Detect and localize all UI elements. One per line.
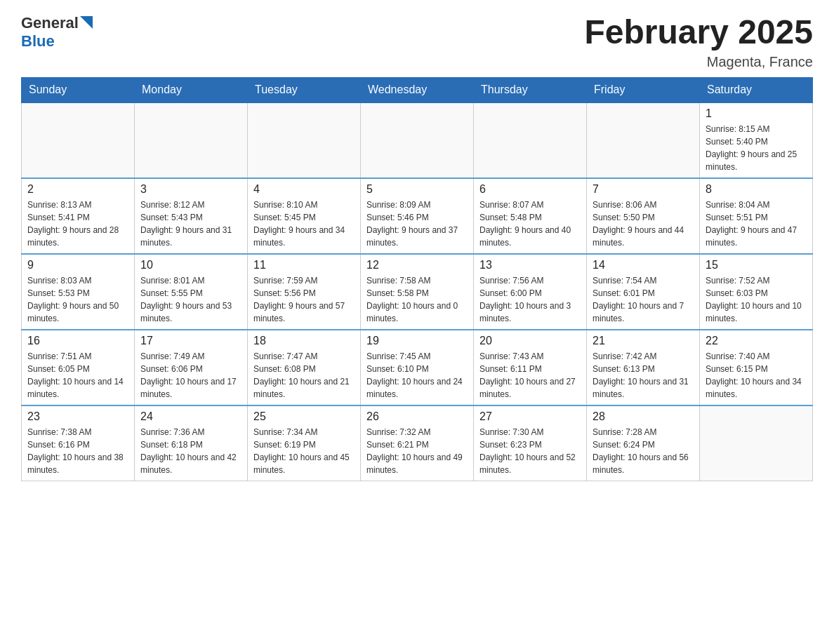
day-number: 26 xyxy=(366,410,468,423)
calendar-day-cell: 2Sunrise: 8:13 AM Sunset: 5:41 PM Daylig… xyxy=(22,178,135,254)
calendar-day-cell: 25Sunrise: 7:34 AM Sunset: 6:19 PM Dayli… xyxy=(248,405,361,481)
calendar-day-cell: 24Sunrise: 7:36 AM Sunset: 6:18 PM Dayli… xyxy=(135,405,248,481)
day-info: Sunrise: 8:03 AM Sunset: 5:53 PM Dayligh… xyxy=(27,274,128,325)
day-info: Sunrise: 7:43 AM Sunset: 6:11 PM Dayligh… xyxy=(479,350,581,401)
day-number: 6 xyxy=(479,183,581,196)
day-number: 25 xyxy=(253,410,355,423)
day-info: Sunrise: 7:51 AM Sunset: 6:05 PM Dayligh… xyxy=(27,350,128,401)
calendar-day-cell xyxy=(361,102,474,178)
day-number: 22 xyxy=(706,335,807,347)
day-number: 14 xyxy=(593,259,694,271)
calendar-day-cell: 7Sunrise: 8:06 AM Sunset: 5:50 PM Daylig… xyxy=(587,178,700,254)
day-number: 12 xyxy=(366,259,468,271)
day-number: 3 xyxy=(140,183,241,196)
calendar-table: SundayMondayTuesdayWednesdayThursdayFrid… xyxy=(21,77,813,481)
calendar-day-cell: 14Sunrise: 7:54 AM Sunset: 6:01 PM Dayli… xyxy=(587,254,700,330)
day-number: 2 xyxy=(27,183,128,196)
day-number: 9 xyxy=(27,259,128,271)
calendar-day-cell: 21Sunrise: 7:42 AM Sunset: 6:13 PM Dayli… xyxy=(587,330,700,405)
day-info: Sunrise: 7:47 AM Sunset: 6:08 PM Dayligh… xyxy=(253,350,355,401)
day-number: 13 xyxy=(479,259,581,271)
calendar-header-row: SundayMondayTuesdayWednesdayThursdayFrid… xyxy=(22,77,813,102)
day-of-week-header: Wednesday xyxy=(361,77,474,102)
calendar-day-cell: 4Sunrise: 8:10 AM Sunset: 5:45 PM Daylig… xyxy=(248,178,361,254)
day-number: 24 xyxy=(140,410,241,423)
calendar-day-cell: 9Sunrise: 8:03 AM Sunset: 5:53 PM Daylig… xyxy=(22,254,135,330)
calendar-week-row: 23Sunrise: 7:38 AM Sunset: 6:16 PM Dayli… xyxy=(22,405,813,481)
day-info: Sunrise: 8:12 AM Sunset: 5:43 PM Dayligh… xyxy=(140,199,241,249)
day-info: Sunrise: 8:13 AM Sunset: 5:41 PM Dayligh… xyxy=(27,199,128,249)
day-info: Sunrise: 7:36 AM Sunset: 6:18 PM Dayligh… xyxy=(140,426,241,476)
logo-arrow-icon xyxy=(80,16,93,29)
calendar-day-cell: 6Sunrise: 8:07 AM Sunset: 5:48 PM Daylig… xyxy=(474,178,587,254)
calendar-day-cell: 5Sunrise: 8:09 AM Sunset: 5:46 PM Daylig… xyxy=(361,178,474,254)
calendar-day-cell: 12Sunrise: 7:58 AM Sunset: 5:58 PM Dayli… xyxy=(361,254,474,330)
day-info: Sunrise: 7:28 AM Sunset: 6:24 PM Dayligh… xyxy=(593,426,694,476)
day-info: Sunrise: 8:09 AM Sunset: 5:46 PM Dayligh… xyxy=(366,199,468,249)
day-number: 23 xyxy=(27,410,128,423)
day-number: 21 xyxy=(593,335,694,347)
calendar-day-cell: 10Sunrise: 8:01 AM Sunset: 5:55 PM Dayli… xyxy=(135,254,248,330)
day-number: 28 xyxy=(593,410,694,423)
day-number: 5 xyxy=(366,183,468,196)
calendar-week-row: 9Sunrise: 8:03 AM Sunset: 5:53 PM Daylig… xyxy=(22,254,813,330)
day-info: Sunrise: 7:45 AM Sunset: 6:10 PM Dayligh… xyxy=(366,350,468,401)
calendar-day-cell: 3Sunrise: 8:12 AM Sunset: 5:43 PM Daylig… xyxy=(135,178,248,254)
calendar-day-cell: 11Sunrise: 7:59 AM Sunset: 5:56 PM Dayli… xyxy=(248,254,361,330)
logo: General Blue xyxy=(21,14,93,51)
calendar-day-cell: 20Sunrise: 7:43 AM Sunset: 6:11 PM Dayli… xyxy=(474,330,587,405)
day-of-week-header: Saturday xyxy=(700,77,813,102)
day-number: 11 xyxy=(253,259,355,271)
day-number: 19 xyxy=(366,335,468,347)
day-info: Sunrise: 8:06 AM Sunset: 5:50 PM Dayligh… xyxy=(593,199,694,249)
logo-blue-text: Blue xyxy=(21,32,55,50)
day-number: 4 xyxy=(253,183,355,196)
day-info: Sunrise: 7:30 AM Sunset: 6:23 PM Dayligh… xyxy=(479,426,581,476)
calendar-day-cell: 19Sunrise: 7:45 AM Sunset: 6:10 PM Dayli… xyxy=(361,330,474,405)
title-block: February 2025 Magenta, France xyxy=(584,14,813,70)
day-of-week-header: Thursday xyxy=(474,77,587,102)
page-header: General Blue February 2025 Magenta, Fran… xyxy=(21,14,813,70)
calendar-day-cell xyxy=(474,102,587,178)
day-info: Sunrise: 7:49 AM Sunset: 6:06 PM Dayligh… xyxy=(140,350,241,401)
logo-general-text: General xyxy=(21,14,79,32)
calendar-week-row: 1Sunrise: 8:15 AM Sunset: 5:40 PM Daylig… xyxy=(22,102,813,178)
day-number: 8 xyxy=(706,183,807,196)
day-info: Sunrise: 7:34 AM Sunset: 6:19 PM Dayligh… xyxy=(253,426,355,476)
calendar-day-cell: 26Sunrise: 7:32 AM Sunset: 6:21 PM Dayli… xyxy=(361,405,474,481)
day-number: 1 xyxy=(706,107,807,120)
calendar-week-row: 16Sunrise: 7:51 AM Sunset: 6:05 PM Dayli… xyxy=(22,330,813,405)
day-info: Sunrise: 7:54 AM Sunset: 6:01 PM Dayligh… xyxy=(593,274,694,325)
day-info: Sunrise: 8:04 AM Sunset: 5:51 PM Dayligh… xyxy=(706,199,807,249)
day-info: Sunrise: 8:07 AM Sunset: 5:48 PM Dayligh… xyxy=(479,199,581,249)
calendar-location: Magenta, France xyxy=(584,54,813,70)
day-info: Sunrise: 7:59 AM Sunset: 5:56 PM Dayligh… xyxy=(253,274,355,325)
day-info: Sunrise: 7:42 AM Sunset: 6:13 PM Dayligh… xyxy=(593,350,694,401)
calendar-day-cell: 8Sunrise: 8:04 AM Sunset: 5:51 PM Daylig… xyxy=(700,178,813,254)
calendar-day-cell: 27Sunrise: 7:30 AM Sunset: 6:23 PM Dayli… xyxy=(474,405,587,481)
day-of-week-header: Tuesday xyxy=(248,77,361,102)
svg-marker-0 xyxy=(80,16,93,29)
calendar-week-row: 2Sunrise: 8:13 AM Sunset: 5:41 PM Daylig… xyxy=(22,178,813,254)
calendar-day-cell: 1Sunrise: 8:15 AM Sunset: 5:40 PM Daylig… xyxy=(700,102,813,178)
calendar-day-cell: 15Sunrise: 7:52 AM Sunset: 6:03 PM Dayli… xyxy=(700,254,813,330)
day-number: 16 xyxy=(27,335,128,347)
day-info: Sunrise: 7:52 AM Sunset: 6:03 PM Dayligh… xyxy=(706,274,807,325)
day-info: Sunrise: 7:58 AM Sunset: 5:58 PM Dayligh… xyxy=(366,274,468,325)
calendar-day-cell: 13Sunrise: 7:56 AM Sunset: 6:00 PM Dayli… xyxy=(474,254,587,330)
calendar-day-cell xyxy=(22,102,135,178)
calendar-day-cell: 18Sunrise: 7:47 AM Sunset: 6:08 PM Dayli… xyxy=(248,330,361,405)
day-info: Sunrise: 7:38 AM Sunset: 6:16 PM Dayligh… xyxy=(27,426,128,476)
day-number: 20 xyxy=(479,335,581,347)
day-number: 27 xyxy=(479,410,581,423)
calendar-day-cell: 23Sunrise: 7:38 AM Sunset: 6:16 PM Dayli… xyxy=(22,405,135,481)
day-of-week-header: Monday xyxy=(135,77,248,102)
day-info: Sunrise: 8:01 AM Sunset: 5:55 PM Dayligh… xyxy=(140,274,241,325)
calendar-day-cell xyxy=(248,102,361,178)
day-number: 17 xyxy=(140,335,241,347)
day-info: Sunrise: 7:56 AM Sunset: 6:00 PM Dayligh… xyxy=(479,274,581,325)
calendar-day-cell xyxy=(700,405,813,481)
calendar-day-cell: 22Sunrise: 7:40 AM Sunset: 6:15 PM Dayli… xyxy=(700,330,813,405)
day-number: 18 xyxy=(253,335,355,347)
day-info: Sunrise: 7:40 AM Sunset: 6:15 PM Dayligh… xyxy=(706,350,807,401)
